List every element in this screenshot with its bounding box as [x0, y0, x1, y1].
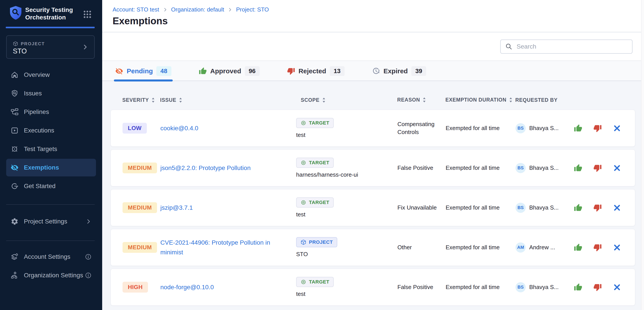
- tab-approved[interactable]: Approved 96: [198, 61, 261, 81]
- exemption-duration: Exempted for all time: [446, 244, 516, 251]
- sidebar-item-label: Pipelines: [24, 108, 49, 116]
- thumbs-down-icon: [287, 67, 295, 75]
- sidebar-item-label: Get Started: [24, 183, 56, 190]
- table-body: LOW cookie@0.4.0 TARGET test Compensatin…: [110, 110, 635, 306]
- severity-badge: LOW: [122, 123, 147, 134]
- reason: Fix Unavailable: [398, 204, 446, 211]
- cancel-button[interactable]: [612, 283, 622, 292]
- reason: False Positive: [398, 164, 446, 172]
- clock-alert-icon: [372, 67, 380, 75]
- chevron-right-icon: [85, 218, 92, 225]
- column-header-exemption-duration[interactable]: EXEMPTION DURATION: [446, 97, 515, 103]
- tab-label: Approved: [210, 67, 241, 75]
- app-root: Security Testing Orchestration PROJECT S…: [0, 0, 644, 310]
- breadcrumb-project[interactable]: Project: STO: [236, 6, 269, 13]
- approve-button[interactable]: [574, 243, 582, 252]
- requested-by-name: Bhavya S...: [529, 164, 559, 171]
- sort-icon: [509, 97, 512, 103]
- chevron-right-icon: [82, 44, 88, 50]
- sidebar-item-project-settings[interactable]: Project Settings: [6, 213, 96, 230]
- scope-badge: TARGET: [296, 158, 334, 168]
- eye-off-icon: [115, 67, 123, 75]
- reason: False Positive: [398, 283, 446, 291]
- info-icon[interactable]: [85, 254, 92, 260]
- info-icon[interactable]: [85, 272, 92, 279]
- table-row: MEDIUM jszip@3.7.1 TARGET test Fix Unava…: [110, 189, 635, 226]
- approve-button[interactable]: [574, 203, 582, 212]
- cancel-button[interactable]: [612, 124, 622, 133]
- exemptions-table: SEVERITY ISSUE SCOPE REASON EXEMPTION DU…: [102, 81, 644, 310]
- search-icon: [505, 43, 513, 50]
- sidebar-item-pipelines[interactable]: Pipelines: [6, 103, 96, 121]
- sidebar-item-test-targets[interactable]: Test Targets: [6, 140, 96, 158]
- sidebar-item-exemptions[interactable]: Exemptions: [6, 159, 96, 176]
- issue-link[interactable]: jszip@3.7.1: [160, 203, 193, 212]
- eye-off-icon: [10, 164, 18, 171]
- avatar: BS: [516, 203, 526, 213]
- cancel-button[interactable]: [612, 243, 622, 252]
- breadcrumb-account[interactable]: Account: STO test: [112, 6, 159, 13]
- app-title: Security Testing Orchestration: [25, 6, 73, 21]
- page-title: Exemptions: [112, 15, 168, 26]
- project-selector[interactable]: PROJECT STO: [6, 35, 95, 59]
- issue-link[interactable]: json5@2.2.0: Prototype Pollution: [160, 163, 250, 173]
- column-header-reason[interactable]: REASON: [397, 97, 441, 103]
- reject-button[interactable]: [593, 203, 602, 212]
- issue-link[interactable]: CVE-2021-44906: Prototype Pollution in m…: [160, 238, 288, 257]
- sort-icon: [152, 97, 155, 103]
- reject-button[interactable]: [593, 243, 602, 252]
- sidebar-item-executions[interactable]: Executions: [6, 122, 96, 139]
- approve-button[interactable]: [574, 283, 582, 292]
- tab-rejected[interactable]: Rejected 13: [286, 61, 346, 81]
- app-grid-icon[interactable]: [83, 10, 92, 18]
- scope-type: TARGET: [309, 200, 329, 205]
- scope-type: TARGET: [309, 279, 329, 285]
- search-input[interactable]: [500, 39, 632, 54]
- get-started-icon: [10, 182, 18, 190]
- table-row: MEDIUM CVE-2021-44906: Prototype Polluti…: [110, 229, 635, 266]
- breadcrumb: Account: STO test Organization: default …: [112, 6, 269, 13]
- page-header: Account: STO test Organization: default …: [102, 0, 644, 32]
- tab-count-badge: 13: [330, 66, 344, 76]
- sidebar-nav: Overview Issues: [6, 66, 96, 195]
- issue-link[interactable]: node-forge@0.10.0: [160, 282, 214, 292]
- scrollbar-track[interactable]: [641, 0, 644, 310]
- sidebar-item-overview[interactable]: Overview: [6, 66, 96, 84]
- sidebar-item-label: Exemptions: [24, 164, 59, 171]
- breadcrumb-organization[interactable]: Organization: default: [171, 6, 224, 13]
- scope-badge: TARGET: [296, 118, 334, 128]
- column-header-scope[interactable]: SCOPE: [301, 97, 326, 103]
- cube-icon: [13, 41, 18, 46]
- requested-by-name: Bhavya S...: [529, 284, 559, 291]
- tab-count-badge: 39: [411, 66, 426, 76]
- reject-button[interactable]: [593, 283, 602, 292]
- sidebar-header: Security Testing Orchestration: [0, 0, 102, 27]
- sidebar-item-organization-settings[interactable]: Organization Settings: [6, 267, 96, 284]
- scope-badge: PROJECT: [296, 237, 337, 247]
- approve-button[interactable]: [574, 164, 582, 172]
- shield-search-icon: [10, 89, 18, 97]
- approve-button[interactable]: [574, 124, 582, 133]
- chevron-right-icon: [228, 7, 232, 12]
- reason: Other: [398, 244, 446, 251]
- target-icon: [300, 160, 306, 165]
- sidebar-item-issues[interactable]: Issues: [6, 85, 96, 102]
- sidebar-item-account-settings[interactable]: Account Settings: [6, 248, 96, 266]
- column-header-issue[interactable]: ISSUE: [160, 97, 288, 103]
- tab-expired[interactable]: Expired 39: [371, 61, 428, 81]
- reason: Compensating Controls: [398, 120, 446, 136]
- issue-link[interactable]: cookie@0.4.0: [160, 123, 198, 133]
- column-header-requested-by: REQUESTED BY: [515, 97, 558, 103]
- sidebar-settings-nav: Account Settings: [6, 248, 96, 284]
- column-header-severity[interactable]: SEVERITY: [122, 97, 160, 103]
- sidebar-item-label: Executions: [24, 127, 54, 134]
- tab-pending[interactable]: Pending 48: [114, 61, 173, 81]
- sidebar-item-get-started[interactable]: Get Started: [6, 177, 96, 195]
- cancel-button[interactable]: [612, 203, 622, 212]
- reject-button[interactable]: [593, 124, 602, 133]
- reject-button[interactable]: [593, 164, 602, 172]
- project-selector-value: STO: [13, 47, 27, 55]
- sidebar-divider: [6, 204, 95, 205]
- cancel-button[interactable]: [612, 164, 622, 172]
- sidebar-item-label: Overview: [24, 71, 50, 78]
